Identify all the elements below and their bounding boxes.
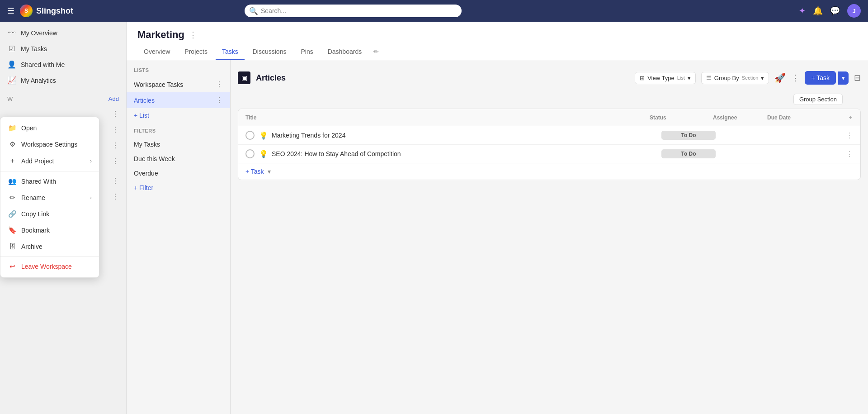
filter-due-label: Due this Week — [134, 155, 175, 162]
task-panel-header: ▣ Articles ⊞ View Type List ▾ ☰ Group By… — [238, 67, 861, 88]
shared-icon: 👤 — [7, 60, 16, 69]
add-task-btn-group: + Task ▾ — [805, 71, 849, 85]
search-icon: 🔍 — [249, 7, 258, 15]
pencil-icon[interactable]: ✏ — [372, 44, 381, 60]
search-container: 🔍 — [245, 5, 462, 17]
ctx-bookmark[interactable]: 🔖 Bookmark — [0, 222, 99, 238]
page-title-more[interactable]: ⋮ — [189, 30, 197, 40]
workspace-section-indicator: W — [7, 95, 108, 102]
ctx-leave-workspace[interactable]: ↩ Leave Workspace — [0, 258, 99, 275]
user-avatar[interactable]: J — [847, 4, 861, 18]
filter-my-tasks-label: My Tasks — [134, 141, 160, 148]
filter-icon[interactable]: ⊟ — [854, 73, 861, 83]
add-list-button[interactable]: + List — [127, 108, 230, 123]
table-row: 💡 Marketing Trends for 2024 To Do ⋮ — [238, 126, 860, 145]
add-task-button[interactable]: + Task — [805, 71, 836, 85]
task-row-dots-1[interactable]: ⋮ — [846, 131, 853, 140]
view-type-chevron: ▾ — [688, 75, 691, 81]
add-project-icon: ＋ — [8, 157, 17, 165]
add-filter-button[interactable]: + Filter — [127, 181, 230, 195]
ctx-divider-2 — [0, 256, 99, 257]
ctx-open[interactable]: 📁 Open — [0, 120, 99, 136]
tab-pins[interactable]: Pins — [294, 44, 319, 60]
col-header-assignee: Assignee — [713, 114, 767, 121]
workspace-tasks-dots[interactable]: ⋮ — [216, 80, 223, 89]
sparkle-icon[interactable]: ✦ — [799, 6, 806, 16]
ctx-settings-label: Workspace Settings — [21, 141, 77, 148]
task-title-1[interactable]: Marketing Trends for 2024 — [272, 132, 661, 139]
task-title-2[interactable]: SEO 2024: How to Stay Ahead of Competiti… — [272, 150, 661, 157]
task-status-2[interactable]: To Do — [661, 149, 716, 158]
ctx-workspace-settings[interactable]: ⚙ Workspace Settings — [0, 136, 99, 152]
context-menu: 📁 Open ⚙ Workspace Settings ＋ Add Projec… — [0, 117, 99, 278]
rocket-icon[interactable]: 🚀 — [774, 72, 786, 83]
logo-icon: S — [20, 5, 33, 17]
header-more-dots[interactable]: ⋮ — [791, 73, 799, 83]
filter-my-tasks[interactable]: My Tasks — [127, 137, 230, 152]
group-by-button[interactable]: ☰ Group By Section ▾ — [701, 72, 769, 84]
sidebar-item-shared-with-me[interactable]: 👤 Shared with Me — [0, 57, 126, 72]
add-task-row[interactable]: + Task ▾ — [238, 163, 860, 180]
tab-overview[interactable]: Overview — [137, 44, 176, 60]
add-column-button[interactable]: ＋ — [840, 114, 853, 121]
task-row-dots-2[interactable]: ⋮ — [846, 150, 853, 158]
group-section-badge[interactable]: Group Section — [793, 94, 843, 105]
chat-dots: ⋮ — [112, 176, 119, 185]
ctx-divider-1 — [0, 171, 99, 171]
expand-icon[interactable]: ▾ — [268, 168, 271, 175]
sidebar-item-my-overview[interactable]: 〰 My Overview — [0, 25, 126, 41]
task-checkbox-1[interactable] — [245, 131, 255, 140]
sidebar-label-analytics: My Analytics — [21, 77, 119, 84]
page-title-row: Marketing ⋮ — [137, 29, 857, 41]
ctx-shared-with[interactable]: 👥 Shared With — [0, 173, 99, 190]
task-checkbox-2[interactable] — [245, 149, 255, 158]
articles-dots[interactable]: ⋮ — [216, 96, 223, 105]
group-by-chevron: ▾ — [761, 75, 764, 81]
main-content: Marketing ⋮ Overview Projects Tasks Disc… — [127, 22, 868, 414]
ctx-copy-link[interactable]: 🔗 Copy Link — [0, 206, 99, 222]
bell-icon[interactable]: 🔔 — [813, 6, 823, 16]
ctx-archive[interactable]: 🗄 Archive — [0, 238, 99, 254]
list-item-articles[interactable]: Articles ⋮ — [127, 92, 230, 108]
app-layout: 〰 My Overview ☑ My Tasks 👤 Shared with M… — [0, 0, 868, 414]
chat-icon[interactable]: 💬 — [830, 6, 840, 16]
ctx-rename[interactable]: ✏ Rename › — [0, 190, 99, 206]
sidebar-label-overview: My Overview — [21, 29, 119, 37]
filter-overdue[interactable]: Overdue — [127, 166, 230, 181]
sidebar: 〰 My Overview ☑ My Tasks 👤 Shared with M… — [0, 22, 127, 414]
col-header-title: Title — [245, 114, 650, 121]
task-status-1[interactable]: To Do — [661, 131, 716, 140]
filter-due-this-week[interactable]: Due this Week — [127, 152, 230, 166]
ctx-archive-label: Archive — [21, 243, 42, 250]
archive-icon: 🗄 — [8, 243, 17, 250]
tab-dashboards[interactable]: Dashboards — [321, 44, 368, 60]
ctx-copy-link-label: Copy Link — [21, 210, 49, 218]
group-by-sub: Section — [742, 75, 759, 81]
search-input[interactable] — [245, 5, 462, 17]
add-task-dropdown[interactable]: ▾ — [838, 71, 849, 85]
filter-overdue-label: Overdue — [134, 170, 158, 177]
shared-with-icon: 👥 — [8, 177, 17, 186]
hamburger-menu[interactable]: ☰ — [7, 6, 14, 16]
add-list-label: + List — [134, 112, 149, 119]
add-workspace-button[interactable]: Add — [108, 95, 119, 102]
page-header: Marketing ⋮ Overview Projects Tasks Disc… — [127, 22, 868, 60]
dots-icon-2: ⋮ — [112, 125, 119, 134]
page-tabs: Overview Projects Tasks Discussions Pins… — [137, 44, 857, 60]
sidebar-item-my-tasks[interactable]: ☑ My Tasks — [0, 41, 126, 57]
sidebar-item-my-analytics[interactable]: 📈 My Analytics — [0, 72, 126, 88]
tab-tasks[interactable]: Tasks — [216, 44, 245, 60]
lists-section-header: LISTS — [127, 66, 230, 76]
list-item-workspace-tasks[interactable]: Workspace Tasks ⋮ — [127, 76, 230, 92]
group-by-icon: ☰ — [706, 75, 712, 81]
view-type-sub: List — [677, 75, 685, 81]
group-by-label: Group By — [714, 75, 739, 81]
view-type-button[interactable]: ⊞ View Type List ▾ — [635, 72, 696, 84]
task-emoji-1: 💡 — [259, 131, 268, 140]
tab-projects[interactable]: Projects — [178, 44, 214, 60]
ctx-add-project[interactable]: ＋ Add Project › — [0, 152, 99, 169]
nav-right-icons: ✦ 🔔 💬 J — [799, 4, 861, 18]
add-task-row-label: + Task — [245, 168, 264, 175]
page-title: Marketing — [137, 29, 184, 41]
tab-discussions[interactable]: Discussions — [246, 44, 293, 60]
